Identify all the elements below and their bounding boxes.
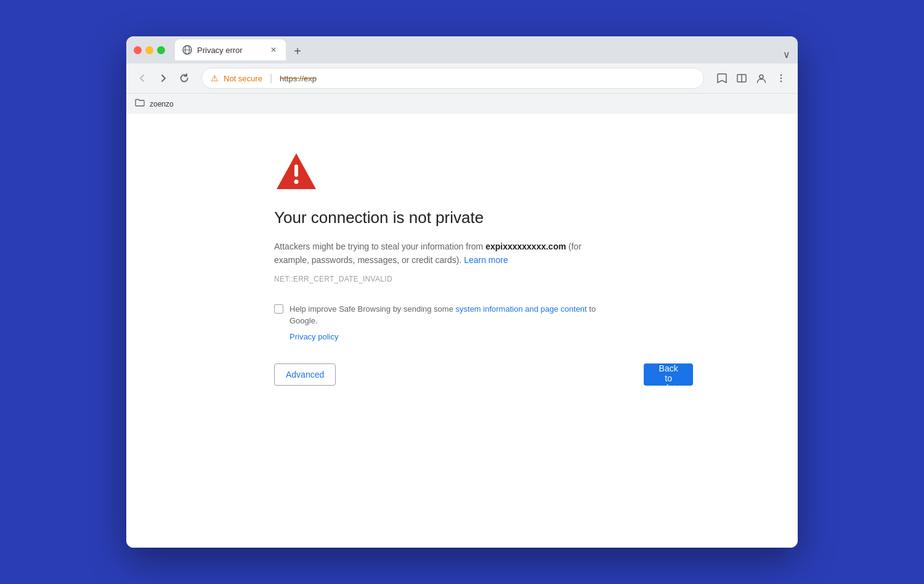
action-buttons: Advanced Back to safety [274, 363, 693, 386]
tab-title: Privacy error [197, 46, 264, 55]
bookmarks-bar: zoenzo [126, 93, 798, 114]
profile-button[interactable] [752, 69, 771, 87]
advanced-button[interactable]: Advanced [274, 363, 336, 386]
svg-rect-11 [294, 164, 298, 177]
svg-point-8 [780, 81, 782, 83]
minimize-window-button[interactable] [145, 46, 153, 54]
safe-browsing-row: Help improve Safe Browsing by sending so… [274, 303, 607, 327]
svg-point-6 [780, 75, 782, 76]
safe-browsing-checkbox[interactable] [274, 304, 283, 314]
system-info-link[interactable]: system information and page content [456, 304, 587, 314]
folder-icon [135, 99, 145, 109]
menu-button[interactable] [772, 69, 790, 87]
not-secure-icon: ⚠ [211, 73, 219, 83]
svg-point-7 [780, 78, 782, 79]
tab-favicon-icon [182, 45, 192, 55]
title-bar: Privacy error ✕ + ∨ [126, 36, 798, 63]
split-screen-button[interactable] [732, 69, 751, 87]
back-to-safety-button[interactable]: Back to safety [644, 363, 693, 386]
window-chevron-button[interactable]: ∨ [783, 49, 790, 60]
error-code: NET::ERR_CERT_DATE_INVALID [274, 275, 392, 283]
privacy-policy-link[interactable]: Privacy policy [290, 332, 338, 341]
svg-point-12 [294, 180, 299, 184]
learn-more-link[interactable]: Learn more [464, 255, 508, 265]
navigation-bar: ⚠ Not secure | https://exp [126, 63, 798, 93]
nav-icons [713, 69, 790, 87]
error-title: Your connection is not private [274, 208, 484, 227]
safe-browsing-text: Help improve Safe Browsing by sending so… [290, 303, 607, 327]
active-tab[interactable]: Privacy error ✕ [175, 39, 286, 60]
maximize-window-button[interactable] [157, 46, 165, 54]
domain-name: expixxxxxxxxx.com [485, 241, 566, 251]
forward-button[interactable] [155, 70, 172, 87]
reload-button[interactable] [176, 70, 193, 87]
bookmark-folder-name[interactable]: zoenzo [150, 100, 174, 108]
url-display: https://exp [280, 74, 317, 83]
browser-window: Privacy error ✕ + ∨ [126, 36, 798, 548]
new-tab-button[interactable]: + [288, 42, 307, 60]
address-bar[interactable]: ⚠ Not secure | https://exp [201, 68, 704, 89]
back-button[interactable] [134, 70, 151, 87]
page-content: Your connection is not private Attackers… [126, 114, 798, 548]
not-secure-label: Not secure [224, 74, 262, 83]
error-description: Attackers might be trying to steal your … [274, 240, 607, 267]
tab-close-button[interactable]: ✕ [269, 45, 278, 55]
close-window-button[interactable] [134, 46, 142, 54]
address-separator: | [270, 73, 272, 84]
desktop-background: Privacy error ✕ + ∨ [0, 0, 924, 584]
tab-bar: Privacy error ✕ + ∨ [175, 39, 790, 60]
svg-point-5 [760, 75, 763, 79]
bookmark-button[interactable] [713, 69, 731, 87]
error-warning-icon [274, 151, 318, 193]
traffic-lights [134, 46, 165, 54]
